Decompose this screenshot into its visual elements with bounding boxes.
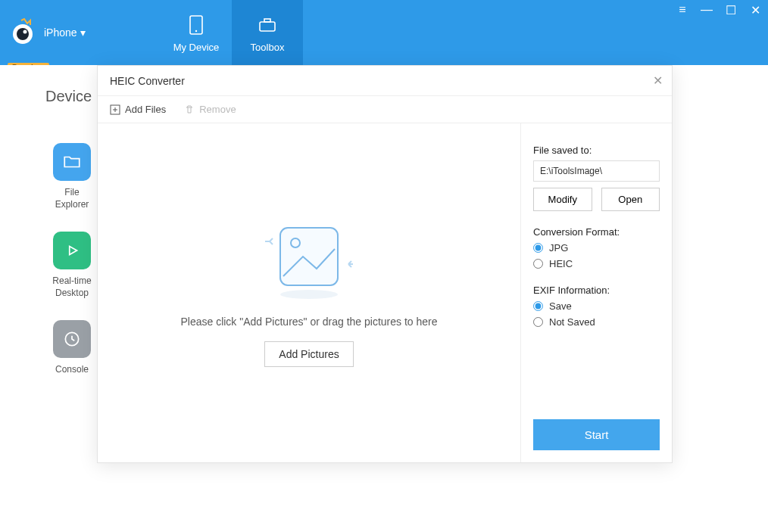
- tile-label: Real-time Desktop: [52, 275, 91, 299]
- chevron-down-icon: ▾: [80, 26, 86, 39]
- svg-rect-6: [264, 19, 270, 22]
- remove-button: Remove: [184, 104, 236, 115]
- app-logo-icon: [8, 17, 38, 48]
- tab-my-device[interactable]: My Device: [161, 0, 232, 65]
- heic-converter-modal: HEIC Converter ✕ Add Files Remove: [97, 65, 673, 463]
- folder-icon: [53, 143, 91, 181]
- radio-heic[interactable]: HEIC: [533, 258, 660, 269]
- tile-label: File Explorer: [55, 187, 89, 210]
- clock-icon: [53, 320, 91, 358]
- svg-point-4: [195, 30, 197, 31]
- radio-exif-notsaved-input[interactable]: [533, 317, 543, 327]
- minimize-icon[interactable]: —: [700, 3, 713, 17]
- tile-label: Console: [55, 364, 89, 376]
- modal-title-text: HEIC Converter: [110, 75, 185, 87]
- add-files-label: Add Files: [125, 104, 166, 115]
- close-window-icon[interactable]: ✕: [748, 3, 762, 17]
- device-selector[interactable]: iPhone ▾: [44, 26, 86, 39]
- modal-titlebar: HEIC Converter ✕: [98, 66, 672, 96]
- radio-heic-label: HEIC: [549, 258, 573, 269]
- svg-rect-10: [280, 228, 338, 285]
- radio-exif-save-label: Save: [549, 300, 572, 312]
- svg-point-2: [23, 30, 27, 34]
- radio-exif-save[interactable]: Save: [533, 300, 660, 312]
- file-saved-to-path[interactable]: E:\iToolsImage\: [533, 160, 660, 182]
- side-panel: File saved to: E:\iToolsImage\ Modify Op…: [520, 123, 672, 462]
- toolbox-icon: [255, 13, 279, 37]
- modal-toolbar: Add Files Remove: [98, 96, 672, 123]
- drop-area[interactable]: Please click "Add Pictures" or drag the …: [98, 123, 520, 462]
- window-controls: ≡ — ☐ ✕: [676, 3, 762, 17]
- radio-exif-notsaved[interactable]: Not Saved: [533, 316, 660, 328]
- radio-jpg-label: JPG: [549, 242, 568, 254]
- svg-point-12: [280, 290, 338, 299]
- exif-label: EXIF Information:: [533, 285, 660, 296]
- tile-console[interactable]: Console: [45, 320, 98, 376]
- add-files-button[interactable]: Add Files: [110, 104, 166, 115]
- open-button[interactable]: Open: [601, 188, 660, 211]
- tab-toolbox-label: Toolbox: [251, 42, 285, 53]
- add-pictures-button[interactable]: Add Pictures: [264, 341, 353, 367]
- menu-icon[interactable]: ≡: [676, 3, 689, 17]
- tablet-icon: [184, 13, 208, 37]
- tab-toolbox[interactable]: Toolbox: [232, 0, 303, 65]
- exif-section: EXIF Information: Save Not Saved: [533, 285, 660, 328]
- drop-message: Please click "Add Pictures" or drag the …: [180, 316, 437, 328]
- app-header: iPhone ▾ Premium My Device Toolbox ≡ — ☐…: [0, 0, 768, 65]
- play-icon: [53, 232, 91, 269]
- maximize-icon[interactable]: ☐: [724, 3, 738, 17]
- tile-file-explorer[interactable]: File Explorer: [45, 143, 98, 210]
- plus-box-icon: [110, 104, 120, 115]
- nav-tabs: My Device Toolbox: [161, 0, 303, 65]
- conversion-format-section: Conversion Format: JPG HEIC: [533, 226, 660, 269]
- modal-body: Please click "Add Pictures" or drag the …: [98, 123, 672, 462]
- modify-button[interactable]: Modify: [533, 188, 592, 211]
- radio-heic-input[interactable]: [533, 259, 543, 269]
- tile-realtime-desktop[interactable]: Real-time Desktop: [45, 232, 98, 299]
- radio-exif-notsaved-label: Not Saved: [549, 316, 595, 328]
- start-button[interactable]: Start: [533, 419, 660, 450]
- tab-my-device-label: My Device: [173, 42, 220, 53]
- logo-area: iPhone ▾ Premium: [0, 0, 161, 65]
- svg-rect-5: [260, 22, 275, 31]
- radio-jpg[interactable]: JPG: [533, 242, 660, 254]
- device-selector-label: iPhone: [44, 26, 77, 39]
- radio-exif-save-input[interactable]: [533, 301, 543, 311]
- close-icon[interactable]: ✕: [653, 73, 663, 88]
- svg-marker-7: [70, 247, 77, 255]
- file-saved-to-section: File saved to: E:\iToolsImage\ Modify Op…: [533, 145, 660, 211]
- remove-label: Remove: [199, 104, 236, 115]
- file-saved-to-label: File saved to:: [533, 145, 660, 156]
- svg-point-1: [17, 28, 29, 40]
- trash-icon: [184, 104, 195, 115]
- radio-jpg-input[interactable]: [533, 243, 543, 253]
- image-placeholder-icon: [256, 219, 362, 302]
- conversion-format-label: Conversion Format:: [533, 226, 660, 238]
